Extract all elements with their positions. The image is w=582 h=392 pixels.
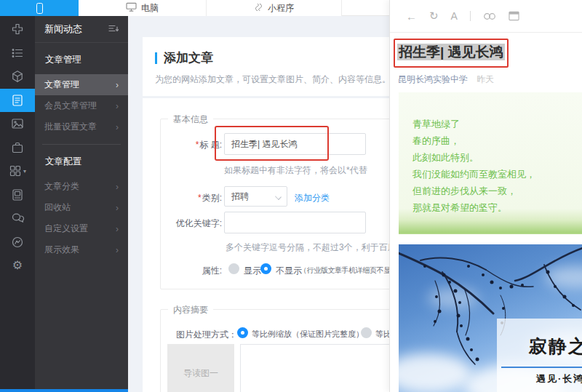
- chevron-down-icon: ▾: [23, 168, 26, 175]
- attribute-field-label: 属性:: [160, 265, 222, 277]
- image-crop-radio[interactable]: [361, 327, 372, 338]
- poem-section: 青草地绿了 春的序曲， 此刻如此特别。 我们没能如约而至教室相见， 但前进的步伐…: [399, 92, 582, 234]
- sidebar-item-display-effect[interactable]: 展示效果 ›: [35, 239, 128, 260]
- chevron-right-icon: ›: [116, 182, 119, 192]
- chevron-right-icon: ›: [116, 203, 119, 213]
- sidebar-item-batch-set[interactable]: 批量设置文章 ›: [35, 116, 128, 137]
- gear-icon[interactable]: ⚙: [0, 254, 35, 278]
- image-scale-radio[interactable]: [237, 327, 248, 338]
- main-content: 添加文章 为您的网站添加文章，可设置文章图片、简介、内容等信息。 基本信息 *标…: [128, 16, 390, 392]
- chevron-right-icon: ›: [116, 224, 119, 234]
- poem-line: 此刻如此特别。: [412, 149, 582, 166]
- wechat-icon[interactable]: [0, 207, 35, 231]
- monitor-icon: [126, 2, 137, 14]
- image-scale-label: 等比例缩放（保证图片完整度）: [252, 329, 364, 340]
- article-photo: 寂静之春 遇见·长鸿: [399, 244, 582, 392]
- page-image-icon[interactable]: [0, 183, 35, 207]
- basic-info-legend: 基本信息: [168, 113, 213, 126]
- tab-pc[interactable]: 电脑: [79, 0, 207, 16]
- summary-legend: 内容摘要: [168, 304, 213, 316]
- mobile-preview-panel: ← ↻ A 招生季| 遇见长鸿 昆明长鸿实验中学 昨天 青草地绿了 春的序曲， …: [389, 0, 582, 392]
- bottom-accent-bar: [0, 389, 128, 392]
- lead-image-placeholder: 导读图一: [183, 367, 218, 380]
- page-header-card: 添加文章 为您的网站添加文章，可设置文章图片、简介、内容等信息。: [143, 37, 390, 96]
- page-subtitle: 为您的网站添加文章，可设置文章图片、简介、内容等信息。: [155, 73, 390, 86]
- icon-rail: ▾ ⚙: [0, 16, 35, 389]
- attribute-hide-radio[interactable]: [260, 263, 271, 274]
- refresh-icon[interactable]: ↻: [429, 9, 439, 23]
- photo-caption-card: 寂静之春 遇见·长鸿: [497, 319, 582, 392]
- compass-icon[interactable]: [0, 231, 35, 255]
- phone-icon: [36, 3, 43, 14]
- attribute-note: （行业版文章手机详细页不显示）: [300, 265, 390, 276]
- chevron-right-icon: ›: [116, 245, 119, 255]
- title-help-text: 如果标题中有非法字符，将会以*代替: [224, 164, 367, 177]
- tab-pc-label: 电脑: [141, 2, 159, 15]
- sidebar-item-article-category[interactable]: 文章分类 ›: [35, 176, 128, 197]
- poem-line: 那就是对希望的坚守。: [412, 199, 582, 216]
- collapse-menu-icon[interactable]: [108, 24, 119, 35]
- preview-byline: 昆明长鸿实验中学 昨天: [398, 73, 494, 86]
- attribute-show-label: 显示: [244, 265, 261, 277]
- toolbar-divider: [470, 11, 471, 21]
- sidebar-section-article-mgmt: 文章管理: [35, 43, 128, 74]
- site-builder-icon[interactable]: [0, 17, 35, 41]
- poem-line: 我们没能如约而至教室相见，: [412, 166, 582, 183]
- font-icon[interactable]: A: [451, 10, 458, 22]
- preview-article-title: 招生季| 遇见长鸿: [397, 43, 505, 62]
- sidebar-header: 新闻动态: [35, 16, 128, 43]
- sidebar-item-member-articles[interactable]: 会员文章管理 ›: [35, 95, 128, 116]
- category-select[interactable]: 招聘: [224, 186, 287, 207]
- chevron-down-icon: [275, 193, 282, 200]
- attribute-hide-label: 不显示: [276, 265, 302, 277]
- sidebar: 新闻动态 文章管理 文章管理 › 会员文章管理 › 批量设置文章 › 文章配置 …: [35, 16, 128, 389]
- chevron-right-icon: ›: [116, 101, 119, 111]
- tab-miniprogram-label: 小程序: [268, 2, 294, 15]
- keywords-input[interactable]: [224, 212, 366, 233]
- attribute-show-radio[interactable]: [228, 263, 239, 274]
- article-form-card: 基本信息 *标 题: 招生季| 遇见长鸿 如果标题中有非法字符，将会以*代替 *…: [143, 98, 390, 392]
- title-field-label: *标 题:: [160, 139, 222, 151]
- miniprogram-icon: [254, 2, 263, 15]
- title-accent-bar: [155, 52, 157, 64]
- preview-author[interactable]: 昆明长鸿实验中学: [398, 74, 468, 84]
- poem-line: 但前进的步伐从来一致，: [412, 183, 582, 199]
- chevron-right-icon: ›: [116, 122, 119, 132]
- add-category-link[interactable]: 添加分类: [295, 192, 330, 204]
- preview-toolbar: ← ↻ A: [390, 0, 582, 33]
- page-title: 添加文章: [164, 49, 213, 66]
- photo-caption-title: 寂静之春: [529, 335, 582, 359]
- sidebar-item-article-mgmt[interactable]: 文章管理 ›: [35, 74, 128, 95]
- sidebar-item-recycle-bin[interactable]: 回收站 ›: [35, 197, 128, 218]
- image-mode-label: 图片处理方式：: [176, 329, 237, 341]
- poem-line: 春的序曲，: [412, 132, 582, 149]
- keywords-help-text: 多个关键字逗号分隔，不超过3个，利于百度搜索: [226, 241, 390, 254]
- apps-grid-icon[interactable]: ▾: [0, 159, 35, 183]
- sidebar-section-article-config: 文章配置: [35, 145, 128, 176]
- photo-caption-subtitle: 遇见·长鸿: [536, 372, 582, 385]
- preview-timestamp: 昨天: [477, 74, 494, 84]
- link-icon[interactable]: [483, 12, 496, 20]
- title-input[interactable]: 招生季| 遇见长鸿: [224, 133, 366, 155]
- lead-image-upload[interactable]: 导读图一: [167, 344, 234, 392]
- category-field-label: *类别:: [160, 192, 222, 204]
- cube-icon[interactable]: [0, 65, 35, 89]
- card-icon[interactable]: [509, 11, 519, 21]
- sidebar-title: 新闻动态: [44, 23, 82, 36]
- keywords-field-label: 优化关键字:: [160, 217, 222, 230]
- chevron-right-icon: ›: [116, 80, 119, 90]
- app-window: 电脑 小程序 ▾: [0, 0, 582, 392]
- device-tab-bar: 电脑 小程序: [0, 0, 390, 16]
- caption-divider: [501, 367, 582, 368]
- back-icon[interactable]: ←: [406, 10, 417, 23]
- briefcase-icon[interactable]: [0, 136, 35, 160]
- summary-textarea[interactable]: [240, 344, 390, 392]
- tab-miniprogram[interactable]: 小程序: [207, 0, 342, 16]
- list-icon[interactable]: [0, 41, 35, 65]
- image-icon[interactable]: [0, 112, 35, 136]
- tab-mobile[interactable]: [0, 0, 79, 16]
- article-icon[interactable]: [0, 89, 35, 113]
- sidebar-item-custom-settings[interactable]: 自定义设置 ›: [35, 218, 128, 239]
- image-crop-label: 等比例裁剪（保证: [375, 329, 390, 340]
- poem-line: 青草地绿了: [412, 116, 582, 132]
